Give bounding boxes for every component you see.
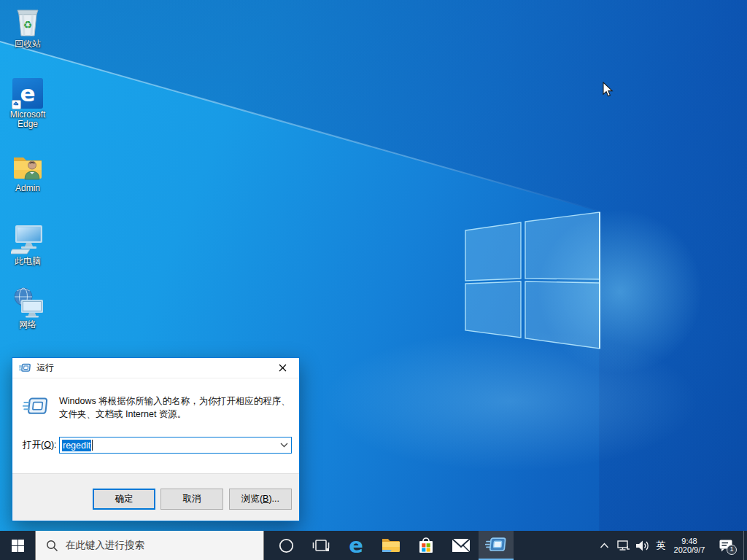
cortana-icon — [279, 538, 294, 553]
taskbar-empty-area — [514, 531, 595, 560]
desktop-icon-label: Admin — [4, 184, 52, 193]
desktop-icon-this-pc[interactable]: 此电脑 — [4, 222, 52, 266]
show-desktop-button[interactable] — [743, 531, 747, 560]
cortana-button[interactable] — [268, 531, 303, 560]
search-placeholder: 在此键入进行搜索 — [66, 539, 144, 552]
notification-badge: 1 — [727, 545, 737, 555]
network-tray-button[interactable] — [614, 531, 632, 560]
volume-tray-button[interactable] — [632, 531, 651, 560]
volume-icon — [635, 540, 649, 552]
system-tray: 英 9:48 2020/9/7 1 — [595, 531, 747, 560]
dialog-title: 运行 — [36, 362, 54, 374]
combobox-dropdown-button[interactable] — [277, 438, 291, 453]
chevron-down-icon — [280, 443, 288, 448]
run-icon — [23, 396, 49, 419]
text-caret — [92, 440, 93, 451]
desktop-icon-recycle-bin[interactable]: ♻ 回收站 — [4, 4, 52, 49]
action-center-button[interactable]: 1 — [708, 531, 743, 560]
desktop-icon-label: Microsoft Edge — [4, 110, 52, 129]
microsoft-store-icon — [417, 537, 435, 554]
recycle-bin-icon: ♻ — [13, 6, 42, 38]
mouse-cursor — [603, 82, 614, 97]
desktop-icon-label: 回收站 — [4, 39, 52, 49]
ok-button[interactable]: 确定 — [93, 489, 155, 510]
windows-desktop: ♻ 回收站 e Microsoft Edge Admin — [0, 0, 747, 560]
desktop-icon-microsoft-edge[interactable]: e Microsoft Edge — [4, 75, 52, 129]
cancel-button[interactable]: 取消 — [160, 489, 223, 510]
run-dialog: 运行 Windows 将根据你所输入的名称，为你打开相应的程序、文件夹、文档或 … — [12, 357, 300, 521]
desktop-icon-label: 网络 — [4, 320, 52, 330]
run-dialog-footer: 确定 取消 浏览(B)... — [12, 473, 299, 521]
task-view-icon — [312, 537, 330, 553]
ime-indicator[interactable]: 英 — [651, 531, 670, 560]
run-icon — [485, 537, 507, 555]
task-view-button[interactable] — [303, 531, 338, 560]
shortcut-arrow-icon — [12, 100, 21, 109]
edge-icon: e — [12, 78, 43, 109]
browse-button[interactable]: 浏览(B)... — [229, 489, 292, 510]
close-icon — [279, 364, 287, 372]
taskbar-clock[interactable]: 9:48 2020/9/7 — [670, 531, 708, 560]
taskbar-search-box[interactable]: 在此键入进行搜索 — [35, 531, 264, 560]
edge-icon: e — [349, 535, 363, 556]
mail-icon — [452, 538, 471, 553]
taskbar: 在此键入进行搜索 e — [0, 531, 747, 560]
computer-icon — [11, 223, 44, 255]
run-description: Windows 将根据你所输入的名称，为你打开相应的程序、文件夹、文档或 Int… — [59, 395, 294, 421]
desktop-icon-admin[interactable]: Admin — [4, 149, 52, 193]
svg-text:♻: ♻ — [23, 19, 33, 31]
open-label: 打开(O): — [23, 437, 57, 454]
clock-date: 2020/9/7 — [674, 545, 705, 555]
taskbar-store-button[interactable] — [409, 531, 444, 560]
taskbar-run-button-active[interactable] — [479, 531, 514, 560]
start-button[interactable] — [0, 531, 35, 560]
taskbar-edge-button[interactable]: e — [338, 531, 374, 560]
search-icon — [46, 540, 58, 552]
chevron-up-icon — [600, 542, 609, 548]
windows-start-icon — [12, 540, 24, 552]
close-button[interactable] — [266, 358, 299, 378]
run-dialog-body: Windows 将根据你所输入的名称，为你打开相应的程序、文件夹、文档或 Int… — [12, 378, 299, 473]
network-globe-icon — [11, 287, 44, 319]
windows-logo-watermark — [460, 208, 605, 354]
ethernet-network-icon — [616, 540, 630, 552]
taskbar-file-explorer-button[interactable] — [374, 531, 409, 560]
open-combobox[interactable]: regedit — [59, 437, 292, 454]
user-folder-icon — [11, 152, 44, 182]
hidden-icons-button[interactable] — [595, 531, 614, 560]
file-explorer-icon — [382, 537, 400, 553]
desktop-icon-label: 此电脑 — [4, 257, 52, 266]
desktop-icon-network[interactable]: 网络 — [4, 285, 52, 330]
taskbar-mail-button[interactable] — [444, 531, 479, 560]
run-dialog-titlebar[interactable]: 运行 — [12, 358, 299, 378]
run-icon-small — [19, 363, 31, 373]
combobox-text-selected: regedit — [62, 440, 91, 451]
clock-time: 9:48 — [681, 537, 697, 546]
